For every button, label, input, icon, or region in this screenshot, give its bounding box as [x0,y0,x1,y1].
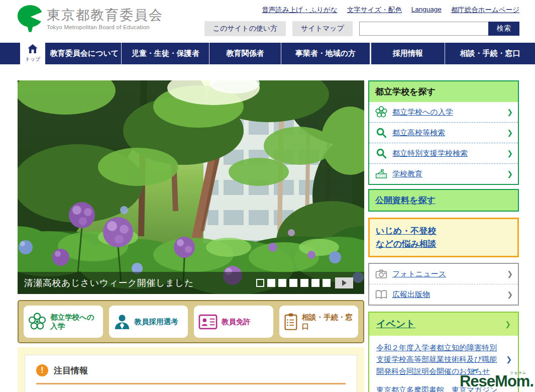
home-icon [28,44,38,55]
chevron-right-icon [507,108,513,116]
quick-button-consultation[interactable]: 相談・手続・窓口 [279,306,359,338]
school-search-box: 都立学校を探す 都立学校への入学 都立高校等検索 都立特別支援学校検索 [368,80,519,185]
carousel-dot[interactable] [300,279,308,287]
nav-item-about-board[interactable]: 教育委員会について [48,43,122,64]
sitemap-button[interactable]: サイトマップ [292,21,353,36]
logo-title: 東京都教育委員会 [47,8,163,23]
nav-item-consultation[interactable]: 相談・手続・窓口 [445,43,535,64]
clipboard-icon [284,313,298,331]
search-icon [374,127,388,139]
chevron-right-icon [507,270,513,278]
chevron-right-icon [507,170,513,178]
chevron-right-icon [507,149,513,157]
event-list-item[interactable]: 令和２年度入学者都立知的障害特別支援学校高等部就業技術科及び職能開発科合同説明会… [376,342,512,377]
search-input[interactable] [359,22,488,36]
quick-button-school-admission[interactable]: 都立学校への入学 [24,306,103,338]
events-header[interactable]: イベント [369,313,518,336]
search-button[interactable]: 検索 [488,22,519,36]
carousel-dot[interactable] [289,279,297,287]
nav-home-label: トップ [25,56,41,63]
hero-caption: 清瀬高校あじさいウィーク開催しました [24,277,194,289]
link-metro-homepage[interactable]: 都庁総合ホームページ [451,6,519,15]
alert-icon [36,364,48,376]
school-icon [374,168,388,180]
events-title-link[interactable]: イベント [376,318,505,331]
sidebar-item-high-school-search[interactable]: 都立高校等検索 [369,122,518,143]
carousel-dot[interactable] [267,279,275,287]
sidebar-item-photo-news[interactable]: フォトニュース [369,264,518,284]
tokyo-ginkgo-logo-icon [17,4,43,36]
carousel-controls [256,277,353,288]
main-column: 清瀬高校あじさいウィーク開催しました 都立学校への入学 [18,80,364,392]
carousel-dot[interactable] [311,279,319,287]
quick-button-teacher-license[interactable]: 教員免許 [194,306,273,338]
camera-icon [374,268,388,280]
id-card-icon [198,314,218,330]
sidebar-item-school-admission[interactable]: 都立学校への入学 [369,102,518,122]
hero-carousel[interactable]: 清瀬高校あじさいウィーク開催しました [18,80,364,294]
main-nav: トップ 教育委員会について 児童・生徒・保護者 教育関係者 事業者・地域の方 採… [0,43,535,64]
chevron-right-icon [507,129,513,137]
public-documents-link[interactable]: 公開資料を探す [375,195,436,205]
sidebar: 都立学校を探す 都立学校への入学 都立高校等検索 都立特別支援学校検索 [368,80,519,392]
consultation-link-line2[interactable]: などの悩み相談 [376,238,511,251]
carousel-dot-active[interactable] [256,279,264,287]
site-help-button[interactable]: このサイトの使い方 [204,21,286,36]
nav-item-educators[interactable]: 教育関係者 [209,43,281,64]
utility-links: 音声読み上げ・ふりがな 文字サイズ・配色 Language 都庁総合ホームページ [262,6,519,15]
chevron-right-icon [507,290,513,299]
site-header: 東京都教育委員会 Tokyo Metropolitan Board of Edu… [0,0,535,43]
link-font-size-color[interactable]: 文字サイズ・配色 [347,6,402,15]
flower-icon [28,313,46,331]
link-audio-furigana[interactable]: 音声読み上げ・ふりがな [262,6,337,15]
link-language[interactable]: Language [411,6,442,15]
chevron-right-icon [505,320,511,328]
sidebar-item-publications[interactable]: 広報出版物 [369,284,518,305]
nav-item-students-parents[interactable]: 児童・生徒・保護者 [122,43,209,64]
school-search-box-title: 都立学校を探す [369,81,518,102]
flower-icon [374,106,388,118]
header-tools: このサイトの使い方 サイトマップ 検索 [204,21,519,36]
sidebar-item-school-education[interactable]: 学校教育 [369,163,518,184]
events-box: イベント 令和２年度入学者都立知的障害特別支援学校高等部就業技術科及び職能開発科… [368,312,519,392]
nav-item-recruitment[interactable]: 採用情報 [371,43,445,64]
book-icon [374,288,388,301]
hero-garden-photo [18,80,364,294]
person-icon [114,313,131,330]
featured-section: 注目情報 [18,347,364,392]
featured-title: 注目情報 [54,365,88,376]
quick-links-bar: 都立学校への入学 教員採用選考 教員免許 [18,300,364,343]
quick-button-teacher-recruitment[interactable]: 教員採用選考 [109,306,188,338]
search-icon [374,147,388,159]
play-icon [342,280,347,286]
nav-home-tab[interactable]: トップ [20,43,45,64]
sidebar-item-special-support-search[interactable]: 都立特別支援学校検索 [369,143,518,163]
site-logo[interactable]: 東京都教育委員会 Tokyo Metropolitan Board of Edu… [17,4,163,36]
carousel-dot[interactable] [278,279,286,287]
carousel-play-button[interactable] [335,277,353,288]
consultation-box[interactable]: いじめ・不登校 などの悩み相談 [368,218,519,257]
nav-item-business-community[interactable]: 事業者・地域の方 [281,43,371,64]
featured-divider [36,383,346,384]
media-box: フォトニュース 広報出版物 [368,263,519,306]
consultation-link-line1[interactable]: いじめ・不登校 [376,225,511,238]
chevron-right-icon [506,355,512,363]
event-list-item[interactable]: 東京都立多摩図書館 東京マガジンバンクカレッジ 講演会・ワークショップ [376,384,512,392]
public-documents-box[interactable]: 公開資料を探す [368,189,519,212]
logo-subtitle: Tokyo Metropolitan Board of Education [47,24,163,30]
carousel-dot[interactable] [323,279,331,287]
featured-card: 注目情報 [25,355,357,392]
